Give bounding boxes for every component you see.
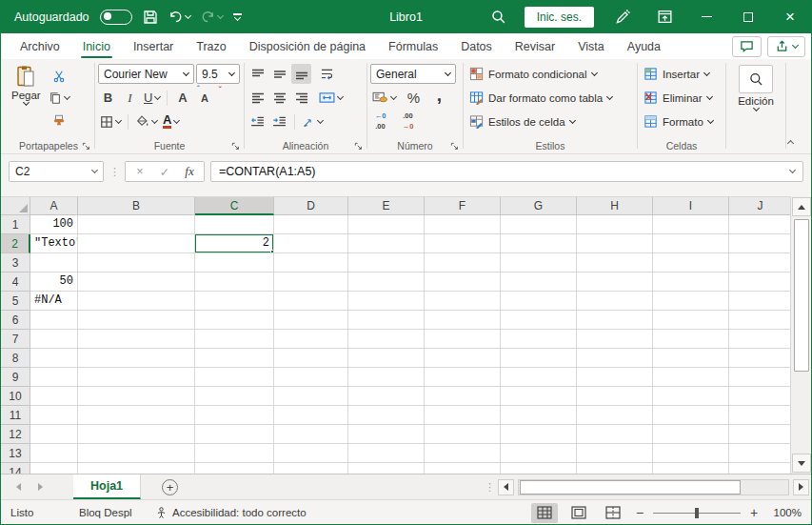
cell-C12[interactable]	[195, 425, 274, 444]
dialog-launcher-icon[interactable]	[354, 142, 363, 151]
cell-A8[interactable]	[30, 349, 78, 368]
cell-I4[interactable]	[653, 273, 729, 292]
scroll-left-button[interactable]	[498, 479, 514, 495]
cell-H8[interactable]	[577, 349, 653, 368]
close-button[interactable]: ×	[769, 0, 811, 33]
minimize-button[interactable]	[685, 0, 727, 33]
comma-style-button[interactable]: ,	[429, 85, 449, 105]
font-size-select[interactable]: 9.5	[196, 64, 240, 84]
cell-F12[interactable]	[425, 425, 501, 444]
underline-button[interactable]: U	[142, 88, 162, 108]
cell-G10[interactable]	[501, 387, 577, 406]
align-middle-button[interactable]	[269, 64, 289, 84]
vertical-scroll-thumb[interactable]	[794, 219, 809, 372]
cell-C10[interactable]	[195, 387, 274, 406]
cell-J3[interactable]	[729, 253, 792, 273]
cell-B5[interactable]	[78, 292, 195, 311]
cell-F7[interactable]	[425, 330, 501, 349]
new-sheet-button[interactable]: +	[162, 479, 178, 495]
format-cells-button[interactable]: Formato	[641, 110, 716, 133]
align-left-button[interactable]	[248, 88, 267, 108]
ribbon-display-options-button[interactable]	[644, 0, 685, 33]
decrease-indent-button[interactable]	[248, 111, 267, 131]
row-header-3[interactable]: 3	[1, 253, 30, 273]
redo-button[interactable]	[201, 10, 223, 24]
zoom-out-button[interactable]: −	[634, 505, 645, 520]
cell-G2[interactable]	[501, 234, 577, 253]
cell-G3[interactable]	[501, 253, 577, 273]
cell-I12[interactable]	[653, 425, 729, 444]
zoom-slider-thumb[interactable]	[695, 508, 699, 518]
accessibility-status[interactable]: Accesibilidad: todo correcto	[155, 506, 307, 519]
cell-C8[interactable]	[195, 349, 274, 368]
cell-E10[interactable]	[348, 387, 425, 406]
cell-A12[interactable]	[30, 425, 78, 444]
column-header-B[interactable]: B	[78, 196, 195, 215]
tab-disposición-de-página[interactable]: Disposición de página	[238, 33, 377, 59]
cell-A14[interactable]	[30, 463, 78, 474]
cell-A7[interactable]	[30, 330, 78, 349]
cell-B3[interactable]	[78, 253, 195, 273]
cell-D4[interactable]	[274, 273, 348, 292]
cell-G7[interactable]	[501, 330, 577, 349]
copy-button[interactable]	[47, 88, 71, 108]
cell-H1[interactable]	[577, 215, 653, 234]
quick-access-toolbar-menu[interactable]	[233, 13, 242, 20]
formula-bar-grip[interactable]: ⋮	[109, 167, 119, 176]
cell-D11[interactable]	[274, 406, 348, 425]
align-right-button[interactable]	[291, 88, 311, 108]
bold-button[interactable]: B	[98, 88, 118, 108]
accounting-format-button[interactable]	[370, 88, 398, 108]
cell-I9[interactable]	[653, 368, 729, 387]
cell-D1[interactable]	[274, 215, 348, 234]
row-header-7[interactable]: 7	[1, 330, 30, 349]
row-header-14[interactable]: 14	[1, 463, 30, 474]
cell-A2[interactable]: "Texto"	[30, 234, 78, 253]
cell-F13[interactable]	[425, 444, 501, 463]
cell-G8[interactable]	[501, 349, 577, 368]
cell-B6[interactable]	[78, 311, 195, 330]
cell-J9[interactable]	[729, 368, 792, 387]
increase-decimal-button[interactable]: ←0.00	[370, 111, 390, 131]
row-header-5[interactable]: 5	[1, 292, 30, 311]
cell-I3[interactable]	[653, 253, 729, 273]
wrap-text-button[interactable]	[317, 64, 337, 84]
cell-B10[interactable]	[78, 387, 195, 406]
sign-in-button[interactable]: Inic. ses.	[517, 0, 602, 33]
comments-button[interactable]	[732, 36, 762, 57]
cell-F9[interactable]	[425, 368, 501, 387]
cell-J8[interactable]	[729, 349, 792, 368]
cell-B14[interactable]	[78, 463, 195, 474]
expand-formula-bar-icon[interactable]	[789, 167, 796, 173]
cell-styles-button[interactable]: Estilos de celda	[466, 110, 578, 133]
cell-F8[interactable]	[425, 349, 501, 368]
column-header-J[interactable]: J	[729, 196, 792, 215]
insert-function-button[interactable]: fx	[177, 164, 202, 179]
percent-style-button[interactable]: %	[404, 88, 424, 108]
cell-B2[interactable]	[78, 234, 195, 253]
cell-G5[interactable]	[501, 292, 577, 311]
row-header-6[interactable]: 6	[1, 311, 30, 330]
cell-D3[interactable]	[274, 253, 348, 273]
number-format-select[interactable]: General	[370, 64, 456, 84]
tab-vista[interactable]: Vista	[566, 33, 616, 59]
cell-J12[interactable]	[729, 425, 792, 444]
align-bottom-button[interactable]	[291, 64, 311, 84]
cell-H5[interactable]	[577, 292, 653, 311]
cell-J5[interactable]	[729, 292, 792, 311]
cell-G9[interactable]	[501, 368, 577, 387]
chevron-down-icon[interactable]	[185, 11, 191, 18]
cell-B7[interactable]	[78, 330, 195, 349]
cell-D5[interactable]	[274, 292, 348, 311]
dialog-launcher-icon[interactable]	[450, 142, 459, 151]
cell-D8[interactable]	[274, 349, 348, 368]
column-header-C[interactable]: C	[195, 196, 274, 215]
previous-sheet-button[interactable]	[16, 483, 21, 491]
cell-J1[interactable]	[729, 215, 792, 234]
cell-A1[interactable]: 100	[30, 215, 78, 234]
cell-J11[interactable]	[729, 406, 792, 425]
cell-E2[interactable]	[348, 234, 425, 253]
select-all-corner[interactable]	[1, 196, 30, 215]
align-top-button[interactable]	[248, 64, 267, 84]
tab-datos[interactable]: Datos	[449, 33, 504, 59]
